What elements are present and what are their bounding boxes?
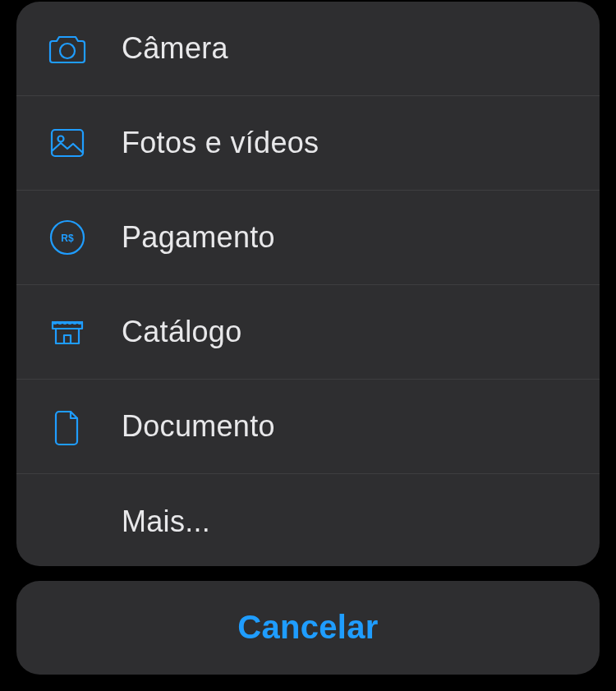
catalog-icon	[46, 311, 89, 353]
document-icon	[46, 405, 89, 448]
svg-point-2	[58, 136, 64, 142]
cancel-button[interactable]: Cancelar	[16, 581, 600, 675]
svg-point-0	[60, 44, 75, 58]
menu-item-camera[interactable]: Câmera	[16, 2, 600, 96]
menu-item-label: Câmera	[122, 31, 228, 66]
menu-item-label: Pagamento	[122, 220, 275, 255]
camera-icon	[46, 27, 89, 70]
svg-text:R$: R$	[61, 233, 74, 244]
empty-icon-slot	[46, 500, 89, 543]
menu-item-label: Fotos e vídeos	[122, 126, 319, 160]
svg-rect-1	[52, 130, 83, 156]
payment-brl-icon: R$	[46, 216, 89, 259]
menu-item-document[interactable]: Documento	[16, 380, 600, 474]
menu-item-more[interactable]: Mais...	[16, 474, 600, 566]
menu-item-label: Catálogo	[122, 315, 242, 349]
menu-item-payment[interactable]: R$ Pagamento	[16, 191, 600, 285]
menu-item-photos[interactable]: Fotos e vídeos	[16, 96, 600, 191]
menu-item-label: Mais...	[122, 504, 210, 539]
attachment-menu: Câmera Fotos e vídeos R$ Pagamento	[16, 2, 600, 566]
menu-item-label: Documento	[122, 409, 275, 444]
photos-icon	[46, 122, 89, 164]
menu-item-catalog[interactable]: Catálogo	[16, 285, 600, 380]
cancel-label: Cancelar	[237, 609, 378, 646]
